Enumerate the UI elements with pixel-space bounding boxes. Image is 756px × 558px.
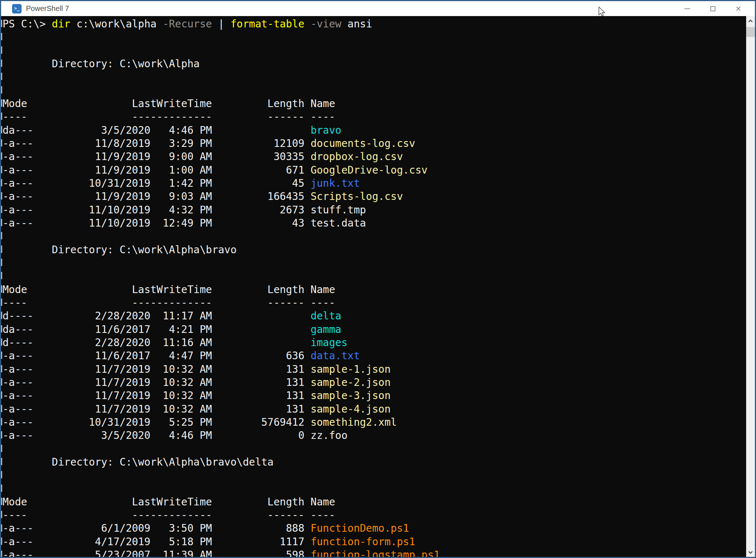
file-name: junk.txt xyxy=(311,177,360,189)
maximize-icon xyxy=(710,6,715,11)
file-row: -a--- 11/7/2019 10:32 AM 131 sample-3.js… xyxy=(3,389,746,402)
file-name: zz.foo xyxy=(311,429,347,441)
powershell-icon-glyph: >_ xyxy=(14,6,19,11)
file-name: sample-3.json xyxy=(311,390,391,402)
terminal-line xyxy=(3,482,746,495)
terminal-output: PS C:\> dir c:\work\alpha -Recurse | for… xyxy=(1,16,746,557)
scroll-down-button[interactable] xyxy=(746,547,755,557)
window-content: PS C:\> dir c:\work\alpha -Recurse | for… xyxy=(1,16,755,557)
terminal-line xyxy=(3,469,746,482)
file-row: -a--- 6/1/2009 3:50 PM 888 FunctionDemo.… xyxy=(3,522,746,535)
chevron-up-icon xyxy=(748,19,753,23)
file-row: -a--- 11/9/2019 9:00 AM 30335 dropbox-lo… xyxy=(3,150,746,163)
close-icon: ✕ xyxy=(736,5,742,12)
directory-heading: Directory: C:\work\Alpha xyxy=(3,57,746,71)
file-row: -a--- 11/6/2017 4:47 PM 636 data.txt xyxy=(3,349,746,362)
file-name: GoogleDrive-log.csv xyxy=(311,164,428,176)
maximize-button[interactable] xyxy=(700,1,726,16)
file-name: sample-2.json xyxy=(311,376,391,388)
file-name: FunctionDemo.ps1 xyxy=(311,522,409,534)
directory-heading: Directory: C:\work\Alpha\bravo xyxy=(3,243,746,257)
terminal-line xyxy=(3,270,746,283)
file-name: test.data xyxy=(311,217,366,229)
table-header-underline: ---- ------------- ------ ---- xyxy=(3,110,746,124)
terminal-line xyxy=(3,71,746,84)
file-row: -a--- 3/5/2020 4:46 PM 0 zz.foo xyxy=(3,429,746,442)
file-row: da--- 11/6/2017 4:21 PM gamma xyxy=(3,323,746,336)
file-row: -a--- 11/9/2019 9:03 AM 166435 Scripts-l… xyxy=(3,190,746,203)
title-bar[interactable]: >_ PowerShell 7 ✕ xyxy=(1,1,755,16)
command-line: PS C:\> dir c:\work\alpha -Recurse | for… xyxy=(3,18,746,31)
file-name: Scripts-log.csv xyxy=(311,190,403,202)
file-row: -a--- 11/10/2019 12:49 PM 43 test.data xyxy=(3,217,746,230)
table-header-underline: ---- ------------- ------ ---- xyxy=(3,296,746,310)
terminal-line xyxy=(3,230,746,243)
file-row: -a--- 11/10/2019 4:32 PM 2673 stuff.tmp xyxy=(3,204,746,217)
terminal-line xyxy=(3,257,746,270)
terminal-line xyxy=(3,84,746,97)
minimize-button[interactable] xyxy=(675,1,700,16)
vertical-scrollbar[interactable] xyxy=(746,16,755,557)
powershell-icon: >_ xyxy=(12,4,22,14)
table-header: Mode LastWriteTime Length Name xyxy=(3,496,746,509)
terminal-line xyxy=(3,44,746,57)
terminal-line xyxy=(3,443,746,456)
close-button[interactable]: ✕ xyxy=(726,1,751,16)
file-row: d---- 2/28/2020 11:17 AM delta xyxy=(3,310,746,323)
file-name: function-form.ps1 xyxy=(311,536,415,548)
file-row: -a--- 4/17/2019 5:18 PM 1117 function-fo… xyxy=(3,535,746,548)
window-controls: ✕ xyxy=(675,1,755,16)
window-title: PowerShell 7 xyxy=(26,4,69,13)
scroll-up-button[interactable] xyxy=(746,16,755,26)
file-name: documents-log.csv xyxy=(311,137,415,149)
file-row: da--- 3/5/2020 4:46 PM bravo xyxy=(3,124,746,137)
chevron-down-icon xyxy=(748,551,753,554)
file-row: -a--- 11/7/2019 10:32 AM 131 sample-2.js… xyxy=(3,376,746,389)
directory-name: delta xyxy=(311,310,341,322)
table-header-underline: ---- ------------- ------ ---- xyxy=(3,509,746,522)
file-name: data.txt xyxy=(311,350,360,362)
file-name: sample-1.json xyxy=(311,363,391,375)
minimize-icon xyxy=(684,8,690,9)
directory-heading: Directory: C:\work\Alpha\bravo\delta xyxy=(3,456,746,469)
directory-name: gamma xyxy=(311,323,341,335)
scrollbar-thumb[interactable] xyxy=(746,27,755,37)
table-header: Mode LastWriteTime Length Name xyxy=(3,97,746,110)
file-name: dropbox-log.csv xyxy=(311,151,403,163)
file-row: -a--- 5/23/2007 11:39 AM 598 function-lo… xyxy=(3,548,746,557)
table-header: Mode LastWriteTime Length Name xyxy=(3,283,746,296)
file-row: -a--- 11/9/2019 1:00 AM 671 GoogleDrive-… xyxy=(3,164,746,177)
file-name: something2.xml xyxy=(311,416,397,428)
file-row: -a--- 11/7/2019 10:32 AM 131 sample-1.js… xyxy=(3,363,746,376)
file-row: -a--- 10/31/2019 1:42 PM 45 junk.txt xyxy=(3,177,746,190)
directory-name: bravo xyxy=(311,124,341,136)
file-name: sample-4.json xyxy=(311,403,391,415)
file-row: -a--- 10/31/2019 5:25 PM 5769412 somethi… xyxy=(3,416,746,429)
file-row: -a--- 11/7/2019 10:32 AM 131 sample-4.js… xyxy=(3,403,746,416)
directory-name: images xyxy=(311,337,347,349)
terminal-line xyxy=(3,31,746,44)
file-row: d---- 2/28/2020 11:16 AM images xyxy=(3,336,746,349)
powershell-window: >_ PowerShell 7 ✕ PS C:\> dir c:\work\al… xyxy=(0,0,756,558)
terminal-viewport[interactable]: PS C:\> dir c:\work\alpha -Recurse | for… xyxy=(1,16,746,557)
file-name: function-logstamp.ps1 xyxy=(311,549,440,557)
file-name: stuff.tmp xyxy=(311,204,366,216)
file-row: -a--- 11/8/2019 3:29 PM 12109 documents-… xyxy=(3,137,746,150)
